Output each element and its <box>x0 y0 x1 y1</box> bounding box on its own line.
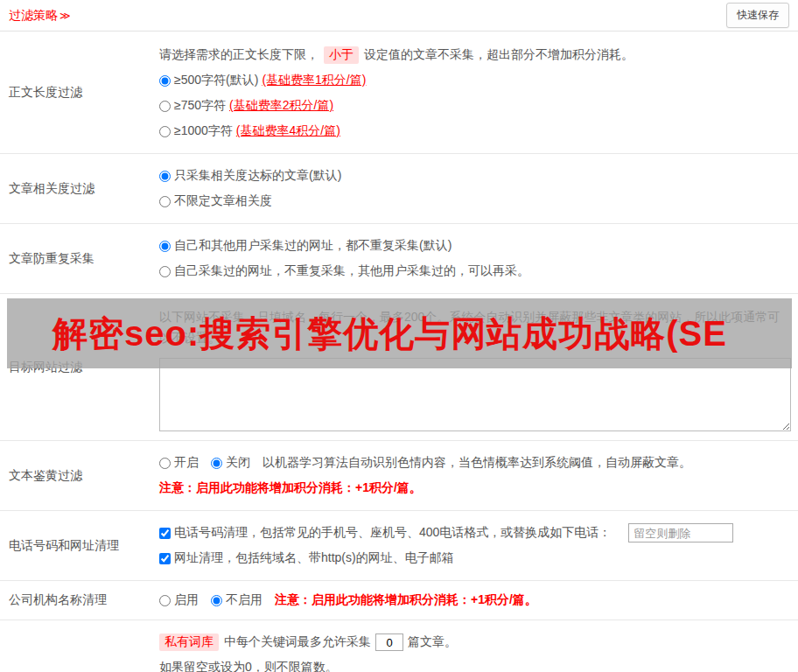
intro-post: 设定值的文章不采集，超出部分不增加积分消耗。 <box>364 47 634 63</box>
dedup-option-self[interactable]: 自己采集过的网址，不重复采集，其他用户采集过的，可以再采。 <box>159 263 529 279</box>
blocked-domains-textarea[interactable] <box>159 358 791 431</box>
section-title-filter-strategy[interactable]: 过滤策略≫ <box>9 8 71 24</box>
phone-cleanup-content: 电话号码清理，包括常见的手机号、座机号、400电话格式，或替换成如下电话： 网址… <box>150 511 798 580</box>
phone-cleanup-text: 电话号码清理，包括常见的手机号、座机号、400电话格式，或替换成如下电话： <box>174 525 611 541</box>
length-option-1000-fee: (基础费率4积分/篇) <box>236 123 340 139</box>
row-dedup-filter: 文章防重复采集 自己和其他用户采集过的网址，都不重复采集(默认) 自己采集过的网… <box>0 224 798 294</box>
length-option-1000-radio[interactable] <box>159 126 171 137</box>
length-option-750[interactable]: ≥750字符 (基础费率2积分/篇) <box>159 98 333 114</box>
dedup-filter-content: 自己和其他用户采集过的网址，都不重复采集(默认) 自己采集过的网址，不重复采集，… <box>150 224 798 293</box>
porn-option-on-radio[interactable] <box>159 458 171 469</box>
length-option-1000-text: ≥1000字符 <box>174 123 233 139</box>
replacement-phone-input[interactable] <box>628 523 733 542</box>
row-phone-cleanup: 电话号码和网址清理 电话号码清理，包括常见的手机号、座机号、400电话格式，或替… <box>0 511 798 581</box>
length-option-500[interactable]: ≥500字符(默认) (基础费率1积分/篇) <box>159 73 366 88</box>
row-company-cleanup: 公司机构名称清理 启用 不启用 注意：启用此功能将增加积分消耗：+1积分/篇。 <box>0 581 798 620</box>
dedup-option-global-radio[interactable] <box>159 241 171 252</box>
page-title: 过滤策略 <box>9 8 58 22</box>
company-cleanup-note: 注意：启用此功能将增加积分消耗：+1积分/篇。 <box>275 592 537 608</box>
filter-strategy-page: 过滤策略≫ 快速保存 正文长度过滤 请选择需求的正文长度下限， 小于 设定值的文… <box>0 0 798 672</box>
length-option-750-radio[interactable] <box>159 101 171 112</box>
company-option-off[interactable]: 不启用 <box>211 592 262 608</box>
relevance-filter-content: 只采集相关度达标的文章(默认) 不限定文章相关度 <box>150 154 798 223</box>
keyword-dedup-content: 私有词库 中每个关键词最多允许采集 篇文章。 如果留空或设为0，则不限篇数。 如… <box>150 620 798 672</box>
keyword-dedup-label: 关键词防重复采集 <box>0 620 150 672</box>
relevance-option-any[interactable]: 不限定文章相关度 <box>159 193 272 209</box>
length-option-500-radio[interactable] <box>159 75 171 87</box>
relevance-option-strict-text: 只采集相关度达标的文章(默认) <box>174 168 341 184</box>
quick-save-button[interactable]: 快速保存 <box>726 3 789 28</box>
topbar: 过滤策略≫ 快速保存 <box>0 0 798 32</box>
length-filter-label: 正文长度过滤 <box>0 32 150 153</box>
url-cleanup-option[interactable]: 网址清理，包括纯域名、带http(s)的网址、电子邮箱 <box>159 550 454 566</box>
intro-pre: 请选择需求的正文长度下限， <box>159 47 318 63</box>
max-articles-input[interactable] <box>375 634 403 651</box>
porn-option-off[interactable]: 关闭 <box>211 455 250 471</box>
row-relevance-filter: 文章相关度过滤 只采集相关度达标的文章(默认) 不限定文章相关度 <box>0 154 798 224</box>
intro-highlight: 小于 <box>324 46 359 64</box>
keyword-line2: 如果留空或设为0，则不限篇数。 <box>159 658 791 672</box>
ad-watermark-text: 解密seo:搜索引擎优化与网站成功战略(SE <box>7 310 727 358</box>
row-porn-filter: 文本鉴黄过滤 开启 关闭 以机器学习算法自动识别色情内容，当色情概率达到系统阈值… <box>0 441 798 511</box>
company-option-off-text: 不启用 <box>226 592 262 608</box>
porn-filter-label: 文本鉴黄过滤 <box>0 441 150 510</box>
keyword-line1-mid: 中每个关键词最多允许采集 <box>224 634 371 650</box>
row-keyword-dedup: 关键词防重复采集 私有词库 中每个关键词最多允许采集 篇文章。 如果留空或设为0… <box>0 620 798 672</box>
length-option-500-fee: (基础费率1积分/篇) <box>262 73 366 88</box>
dedup-option-global-text: 自己和其他用户采集过的网址，都不重复采集(默认) <box>174 238 452 254</box>
dedup-option-self-text: 自己采集过的网址，不重复采集，其他用户采集过的，可以再采。 <box>174 263 529 279</box>
ad-watermark-overlay: 解密seo:搜索引擎优化与网站成功战略(SE <box>7 298 792 368</box>
relevance-filter-label: 文章相关度过滤 <box>0 154 150 223</box>
length-option-500-text: ≥500字符(默认) <box>174 73 258 88</box>
length-filter-intro: 请选择需求的正文长度下限， 小于 设定值的文章不采集，超出部分不增加积分消耗。 <box>159 46 791 65</box>
company-cleanup-content: 启用 不启用 注意：启用此功能将增加积分消耗：+1积分/篇。 <box>150 581 798 620</box>
porn-option-off-radio[interactable] <box>211 458 222 469</box>
url-cleanup-text: 网址清理，包括纯域名、带http(s)的网址、电子邮箱 <box>174 550 454 566</box>
porn-filter-desc: 以机器学习算法自动识别色情内容，当色情概率达到系统阈值，自动屏蔽文章。 <box>262 455 691 471</box>
company-option-on-radio[interactable] <box>159 595 171 606</box>
private-lexicon-highlight: 私有词库 <box>159 634 219 651</box>
url-cleanup-checkbox[interactable] <box>159 553 171 564</box>
length-option-750-text: ≥750字符 <box>174 98 226 114</box>
relevance-option-any-text: 不限定文章相关度 <box>174 193 272 209</box>
company-cleanup-label: 公司机构名称清理 <box>0 581 150 620</box>
keyword-line1-post: 篇文章。 <box>408 634 457 650</box>
porn-option-on-text: 开启 <box>174 455 199 471</box>
relevance-option-strict-radio[interactable] <box>159 171 171 182</box>
company-option-off-radio[interactable] <box>211 595 222 606</box>
row-length-filter: 正文长度过滤 请选择需求的正文长度下限， 小于 设定值的文章不采集，超出部分不增… <box>0 32 798 154</box>
dedup-option-global[interactable]: 自己和其他用户采集过的网址，都不重复采集(默认) <box>159 238 452 254</box>
porn-filter-note: 注意：启用此功能将增加积分消耗：+1积分/篇。 <box>159 479 791 498</box>
porn-option-on[interactable]: 开启 <box>159 455 199 471</box>
relevance-option-strict[interactable]: 只采集相关度达标的文章(默认) <box>159 168 341 184</box>
chevron-double-icon: ≫ <box>60 10 71 22</box>
phone-cleanup-checkbox[interactable] <box>159 528 171 539</box>
company-option-on-text: 启用 <box>174 592 199 608</box>
dedup-filter-label: 文章防重复采集 <box>0 224 150 293</box>
relevance-option-any-radio[interactable] <box>159 196 171 207</box>
company-option-on[interactable]: 启用 <box>159 592 199 608</box>
length-filter-content: 请选择需求的正文长度下限， 小于 设定值的文章不采集，超出部分不增加积分消耗。 … <box>150 32 798 153</box>
porn-filter-content: 开启 关闭 以机器学习算法自动识别色情内容，当色情概率达到系统阈值，自动屏蔽文章… <box>150 441 798 510</box>
phone-cleanup-label: 电话号码和网址清理 <box>0 511 150 580</box>
dedup-option-self-radio[interactable] <box>159 266 171 277</box>
length-option-1000[interactable]: ≥1000字符 (基础费率4积分/篇) <box>159 123 340 139</box>
porn-option-off-text: 关闭 <box>226 455 250 471</box>
phone-cleanup-option[interactable]: 电话号码清理，包括常见的手机号、座机号、400电话格式，或替换成如下电话： <box>159 525 611 541</box>
length-option-750-fee: (基础费率2积分/篇) <box>229 98 333 114</box>
